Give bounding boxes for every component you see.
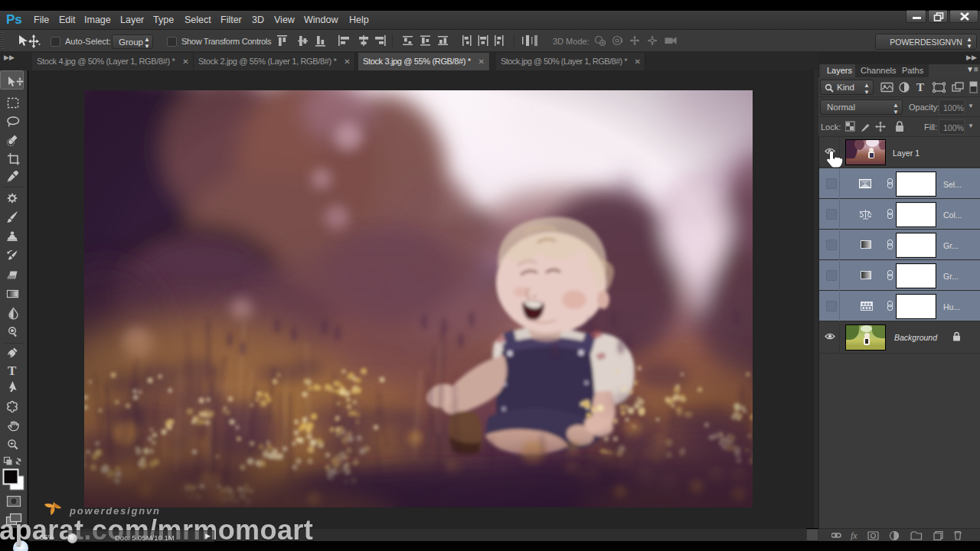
svg-text:T: T <box>916 81 924 93</box>
svg-text:fx: fx <box>851 530 858 540</box>
svg-text:T: T <box>8 364 17 378</box>
